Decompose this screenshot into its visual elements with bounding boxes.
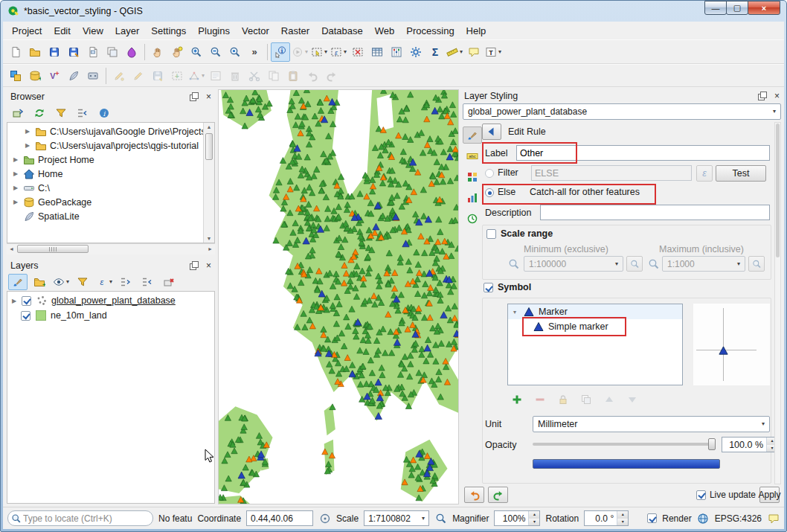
pan-to-selection-button[interactable]: [167, 42, 187, 62]
map-tips-button[interactable]: [464, 42, 484, 62]
field-statistics-button[interactable]: [387, 42, 406, 62]
apply-button[interactable]: Apply: [759, 487, 780, 503]
rule-description-input[interactable]: [540, 205, 770, 220]
symbol-checkbox[interactable]: [484, 283, 493, 292]
menu-raster[interactable]: Raster: [275, 23, 315, 39]
scale-range-checkbox[interactable]: [486, 229, 496, 239]
processing-gear-button[interactable]: [406, 42, 425, 62]
styling-scrollbar[interactable]: [774, 122, 781, 484]
browser-hscrollbar[interactable]: ◄►: [7, 243, 215, 254]
expand-arrow-icon[interactable]: ▶: [10, 298, 18, 304]
expand-all-button[interactable]: [116, 274, 135, 290]
properties-widget-button[interactable]: i: [94, 105, 114, 121]
close-panel-icon[interactable]: ×: [206, 260, 211, 271]
measure-button[interactable]: ▾: [445, 42, 464, 62]
add-group-button[interactable]: +: [30, 274, 49, 290]
float-panel-icon[interactable]: [188, 91, 201, 103]
zoom-out-button[interactable]: [206, 42, 225, 62]
rule-label-input[interactable]: [516, 145, 770, 161]
expand-arrow-icon[interactable]: ▶: [12, 170, 19, 177]
filter-browser-button[interactable]: [51, 105, 71, 121]
menu-project[interactable]: Project: [6, 23, 48, 39]
menu-edit[interactable]: Edit: [48, 23, 76, 39]
new-print-layout-button[interactable]: [83, 42, 103, 62]
spin-arrows-icon[interactable]: ▴▾: [528, 511, 539, 525]
browser-item[interactable]: SpatiaLite: [7, 209, 202, 223]
add-selected-layers-button[interactable]: [8, 105, 28, 121]
magnifier-spinbox[interactable]: 100%▴▾: [494, 510, 540, 526]
browser-vscrollbar[interactable]: ▲▼: [203, 123, 214, 243]
new-geopackage-layer-button[interactable]: +: [25, 66, 45, 86]
crs-label[interactable]: EPSG:4326: [715, 513, 762, 524]
close-panel-icon[interactable]: ×: [774, 91, 780, 101]
new-spatialite-layer-button[interactable]: [64, 66, 83, 86]
browser-item[interactable]: ▶Home: [7, 167, 202, 181]
open-project-button[interactable]: [25, 42, 45, 62]
scale-combo[interactable]: 1:7100802▾: [364, 510, 429, 526]
browser-item[interactable]: ▶C:\Users\ujaval\projects\qgis-tutorial: [7, 138, 202, 153]
toolbar-overflow-button[interactable]: »: [245, 42, 264, 62]
expand-arrow-icon[interactable]: ▶: [24, 142, 31, 149]
new-project-button[interactable]: [6, 42, 25, 62]
menu-layer[interactable]: Layer: [109, 23, 146, 39]
expand-arrow-icon[interactable]: ▶: [12, 185, 19, 191]
tab-labels-button[interactable]: abc: [463, 147, 482, 164]
unit-combo[interactable]: Millimeter▾: [533, 416, 770, 432]
save-project-button[interactable]: [45, 42, 64, 62]
zoom-in-button[interactable]: [187, 42, 206, 62]
rotation-spinbox[interactable]: 0.0 °▴▾: [584, 510, 629, 526]
coordinate-value[interactable]: 0.44,40.06: [246, 510, 313, 526]
float-panel-icon[interactable]: [757, 90, 769, 103]
collapse-all-button[interactable]: [73, 105, 92, 121]
manage-map-themes-button[interactable]: ▾: [51, 274, 71, 290]
close-button[interactable]: ×: [748, 1, 780, 15]
back-button[interactable]: [482, 124, 501, 140]
message-log-icon[interactable]: [767, 512, 780, 525]
layer-visibility-checkbox[interactable]: [22, 296, 31, 306]
select-expression-button[interactable]: ε▾: [329, 42, 348, 62]
symbol-tree-simple-marker-row[interactable]: Simple marker: [508, 319, 682, 334]
pan-map-button[interactable]: [148, 42, 167, 62]
expand-arrow-icon[interactable]: ▶: [12, 156, 19, 163]
browser-item[interactable]: ▶Project Home: [7, 153, 202, 167]
styling-redo-button[interactable]: [488, 487, 508, 503]
opacity-slider[interactable]: [533, 438, 716, 451]
expand-arrow-icon[interactable]: ▶: [24, 128, 31, 135]
zoom-native-button[interactable]: [225, 42, 245, 62]
color-button[interactable]: [533, 459, 720, 469]
tab-symbology-button[interactable]: [463, 126, 482, 144]
text-annotation-button[interactable]: T▾: [484, 42, 503, 62]
sum-sigma-button[interactable]: Σ: [425, 42, 445, 62]
save-project-as-button[interactable]: [64, 42, 83, 62]
layer-item[interactable]: ▶global_power_plant_database: [7, 293, 214, 308]
expander-icon[interactable]: ▾: [511, 309, 518, 315]
open-layer-styling-button[interactable]: [8, 274, 28, 290]
style-manager-button[interactable]: [122, 42, 141, 62]
map-canvas[interactable]: [218, 89, 459, 504]
extent-icon[interactable]: [318, 512, 331, 525]
layer-selector[interactable]: global_power_plant_database ▾: [463, 103, 781, 120]
deselect-button[interactable]: [348, 42, 367, 62]
crs-icon[interactable]: [697, 512, 710, 525]
tab-diagrams-button[interactable]: [463, 189, 482, 206]
menu-view[interactable]: View: [77, 23, 109, 39]
menu-vector[interactable]: Vector: [236, 23, 275, 39]
maximize-button[interactable]: ▢: [726, 1, 748, 15]
live-update-checkbox[interactable]: [696, 490, 706, 500]
else-radio[interactable]: [485, 188, 494, 197]
close-panel-icon[interactable]: ×: [206, 92, 211, 102]
menu-database[interactable]: Database: [315, 23, 369, 39]
test-filter-button[interactable]: Test: [716, 165, 766, 182]
styling-undo-button[interactable]: [464, 487, 484, 503]
menu-help[interactable]: Help: [460, 23, 492, 39]
layer-visibility-checkbox[interactable]: [21, 311, 30, 321]
expand-arrow-icon[interactable]: ▶: [12, 199, 19, 205]
symbol-tree-marker-row[interactable]: ▾ Marker: [508, 304, 682, 319]
identify-features-button[interactable]: i: [271, 42, 290, 62]
minimize-button[interactable]: —: [704, 1, 727, 15]
attribute-table-button[interactable]: [367, 42, 387, 62]
browser-item[interactable]: ▶GeoPackage: [7, 195, 202, 209]
collapse-all-layers-button[interactable]: [138, 274, 157, 290]
show-layout-manager-button[interactable]: [103, 42, 122, 62]
select-rectangle-button[interactable]: ▾: [309, 42, 329, 62]
